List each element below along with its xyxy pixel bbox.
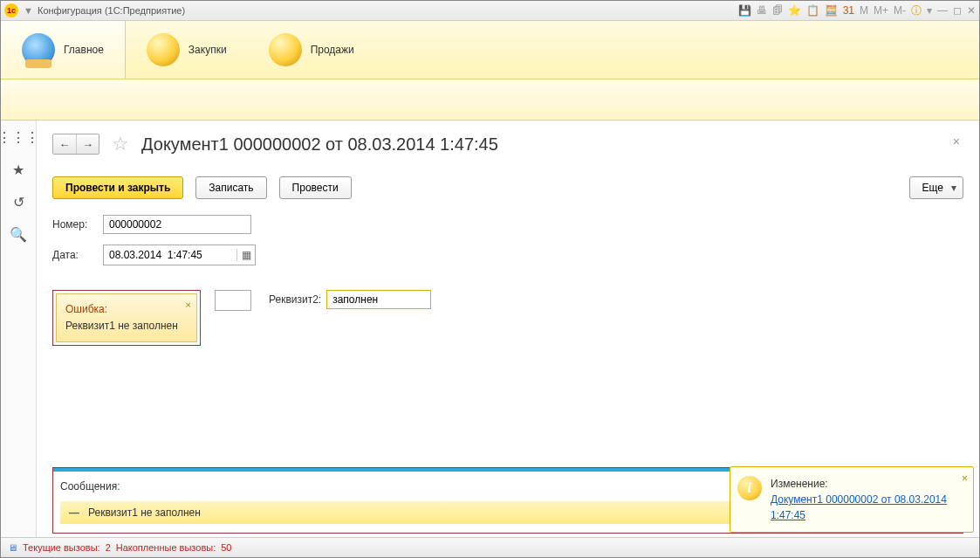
calendar-picker-icon[interactable]: ▦ xyxy=(236,249,255,261)
nav-back-forward: ← → xyxy=(52,134,99,155)
nav-sales[interactable]: Продажи xyxy=(248,21,375,79)
titlebar: 1c ▼ Конфигурация (1С:Предприятие) 💾 🖶 🗐… xyxy=(1,1,979,21)
error-text: Реквизит1 не заполнен xyxy=(65,318,188,334)
sub-toolbar xyxy=(1,79,979,121)
lamp-icon xyxy=(22,33,55,66)
post-button[interactable]: Провести xyxy=(279,176,352,199)
notification-toast: i × Изменение: Документ1 000000002 от 08… xyxy=(730,466,974,533)
calendar-icon[interactable]: 31 xyxy=(843,4,854,17)
save-button[interactable]: Записать xyxy=(195,176,266,199)
more-button[interactable]: Еще xyxy=(909,176,963,199)
error-highlight-box: × Ошибка: Реквизит1 не заполнен xyxy=(52,290,201,346)
clipboard-icon[interactable]: 📋 xyxy=(806,4,819,17)
favorite-toggle-icon[interactable]: ☆ xyxy=(112,133,129,155)
error-close-icon[interactable]: × xyxy=(186,298,191,313)
favorite-icon[interactable]: ⭐ xyxy=(788,4,801,17)
nav-sales-label: Продажи xyxy=(311,44,354,56)
status-bar: 🖥 Текущие вызовы: 2 Накопленные вызовы: … xyxy=(1,537,979,557)
current-calls-value: 2 xyxy=(106,542,111,553)
maximize-icon[interactable]: ◻ xyxy=(953,4,962,17)
number-label: Номер: xyxy=(52,218,96,231)
info-toast-icon: i xyxy=(737,476,762,500)
mplus-btn[interactable]: M+ xyxy=(874,4,888,17)
req2-label: Реквизит2: xyxy=(269,293,321,306)
titlebar-tools: 💾 🖶 🗐 ⭐ 📋 🧮 31 M M+ M- ⓘ ▾ — ◻ ✕ xyxy=(738,3,976,18)
close-tab-icon[interactable]: × xyxy=(953,134,960,148)
gold-icon xyxy=(269,33,302,66)
nav-main-label: Главное xyxy=(64,44,104,56)
dropdown2-icon[interactable]: ▾ xyxy=(927,4,932,17)
number-input[interactable] xyxy=(103,215,251,234)
top-nav: Главное Закупки Продажи xyxy=(1,21,979,79)
back-button[interactable]: ← xyxy=(53,134,76,154)
toast-title: Изменение: xyxy=(771,476,964,492)
minimize-icon[interactable]: — xyxy=(937,4,948,17)
date-label: Дата: xyxy=(52,249,96,261)
save-icon[interactable]: 💾 xyxy=(738,4,751,17)
date-field: ▦ xyxy=(103,245,256,265)
forward-button[interactable]: → xyxy=(76,134,99,154)
document-title: Документ1 000000002 от 08.03.2014 1:47:4… xyxy=(141,134,498,155)
status-icon[interactable]: 🖥 xyxy=(8,542,17,553)
calc-icon[interactable]: 🧮 xyxy=(825,4,838,17)
doc-icon[interactable]: 🗐 xyxy=(772,4,783,17)
post-and-close-button[interactable]: Провести и закрыть xyxy=(52,176,183,199)
current-calls-label: Текущие вызовы: xyxy=(23,542,100,553)
history-icon[interactable]: ↺ xyxy=(13,194,24,210)
mminus-btn[interactable]: M- xyxy=(894,4,906,17)
error-tooltip: × Ошибка: Реквизит1 не заполнен xyxy=(56,293,197,342)
gold-icon xyxy=(147,33,180,66)
info-icon[interactable]: ⓘ xyxy=(911,3,922,18)
sidebar: ⋮⋮⋮ ★ ↺ 🔍 xyxy=(1,121,37,541)
accum-calls-label: Накопленные вызовы: xyxy=(116,542,216,553)
nav-purchases[interactable]: Закупки xyxy=(126,21,248,79)
req2-input[interactable] xyxy=(326,290,431,309)
accum-calls-value: 50 xyxy=(221,542,231,553)
nav-purchases-label: Закупки xyxy=(188,44,227,56)
app-logo-icon: 1c xyxy=(4,3,18,17)
date-input[interactable] xyxy=(104,246,236,264)
star-icon[interactable]: ★ xyxy=(12,162,24,178)
toast-link[interactable]: Документ1 000000002 от 08.03.2014 1:47:4… xyxy=(771,492,964,523)
toast-close-icon[interactable]: × xyxy=(962,471,968,486)
dropdown-icon[interactable]: ▼ xyxy=(24,5,34,16)
message-text: Реквизит1 не заполнен xyxy=(88,506,201,519)
m-btn[interactable]: M xyxy=(860,4,868,17)
message-bullet-icon: — xyxy=(69,506,79,519)
error-title: Ошибка: xyxy=(65,301,188,318)
req1-input[interactable] xyxy=(215,290,251,311)
print-icon[interactable]: 🖶 xyxy=(757,4,767,17)
window-title: Конфигурация (1С:Предприятие) xyxy=(38,5,185,16)
messages-header: Сообщения: xyxy=(60,480,120,493)
nav-main[interactable]: Главное xyxy=(1,21,126,79)
close-window-icon[interactable]: ✕ xyxy=(967,4,976,17)
search-icon[interactable]: 🔍 xyxy=(10,226,27,243)
apps-icon[interactable]: ⋮⋮⋮ xyxy=(0,129,39,146)
